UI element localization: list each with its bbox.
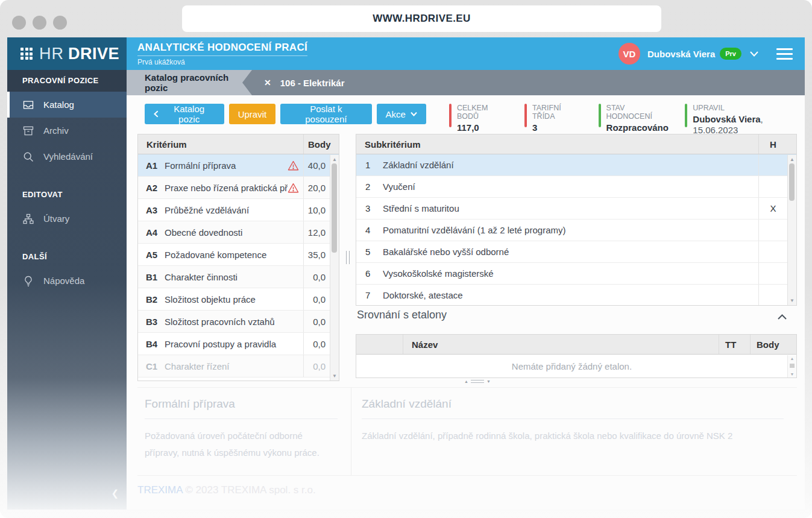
column-header-body: Body bbox=[750, 335, 787, 354]
criteria-value: 0,0 bbox=[303, 333, 330, 355]
edit-button[interactable]: Upravit bbox=[229, 104, 276, 124]
criteria-code: A3 bbox=[138, 205, 161, 215]
splitter-grip-icon bbox=[471, 380, 484, 383]
subcriteria-row[interactable]: 5 Bakalářské nebo vyšší odborné bbox=[356, 241, 796, 263]
subcriteria-h-value bbox=[758, 285, 787, 306]
browser-window: WWW.HRDRIVE.EU HR DRIVE ANALYTICKÉ HODNO… bbox=[0, 0, 812, 518]
criteria-value: 20,0 bbox=[303, 177, 330, 198]
window-controls bbox=[12, 16, 67, 30]
subcriteria-h-value bbox=[758, 241, 787, 262]
criteria-row[interactable]: A4 Obecné dovednosti 12,0 bbox=[138, 221, 339, 244]
stat-label: UPRAVIL bbox=[693, 104, 805, 112]
chevron-down-icon[interactable] bbox=[750, 48, 758, 59]
warning-icon bbox=[288, 183, 303, 193]
subcriteria-h-value bbox=[758, 220, 787, 241]
subcriteria-row[interactable]: 4 Pomaturitní vzdělávání (1 až 2 leté pr… bbox=[356, 220, 796, 241]
status-indicators: CELKEM BODŮ 117,0 TARIFNÍ TŘÍDA 3 STAV H… bbox=[449, 104, 805, 136]
detail-panel-criterion: Formální příprava Požadovaná úroveň počá… bbox=[137, 388, 351, 475]
screenshot-stage: WWW.HRDRIVE.EU HR DRIVE ANALYTICKÉ HODNO… bbox=[0, 0, 812, 518]
sidebar-item-archiv[interactable]: Archiv bbox=[7, 118, 127, 144]
detail-panel-title: Základní vzdělání bbox=[362, 397, 784, 411]
back-button-label: Katalog pozic bbox=[163, 104, 215, 124]
scroll-up-icon[interactable]: ▲ bbox=[330, 157, 339, 162]
user-menu[interactable]: VD Dubovská Viera Prv bbox=[618, 37, 805, 70]
etalon-scrollbar[interactable]: ▲ ▼ bbox=[787, 355, 796, 377]
send-button-label: Poslat k posouzení bbox=[289, 104, 362, 124]
scroll-up-icon[interactable]: ▲ bbox=[788, 157, 796, 162]
criteria-row[interactable]: A2 Praxe nebo řízená praktická příp... 2… bbox=[138, 177, 339, 199]
app-logo[interactable]: HR DRIVE bbox=[7, 37, 127, 70]
horizontal-splitter[interactable]: ▲ ▼ bbox=[464, 379, 491, 384]
criteria-row[interactable]: A1 Formální příprava 40,0 bbox=[138, 154, 339, 177]
address-bar[interactable]: WWW.HRDRIVE.EU bbox=[182, 5, 661, 32]
criteria-label: Praxe nebo řízená praktická příp... bbox=[161, 183, 288, 193]
window-dot-icon[interactable] bbox=[12, 16, 26, 30]
criteria-value: 35,0 bbox=[303, 244, 330, 265]
subcriteria-h-value bbox=[758, 176, 787, 197]
scroll-up-icon[interactable]: ▲ bbox=[788, 356, 796, 361]
scrollbar-thumb[interactable] bbox=[789, 163, 795, 201]
url-text: WWW.HRDRIVE.EU bbox=[373, 13, 470, 25]
subcriteria-label: Střední s maturitou bbox=[383, 203, 758, 213]
criteria-code: A1 bbox=[138, 160, 161, 171]
criteria-scrollbar[interactable]: ▲ ▼ bbox=[330, 155, 339, 381]
sidebar-item-label: Nápověda bbox=[43, 276, 84, 286]
criteria-row[interactable]: A3 Průběžné vzdělávání 10,0 bbox=[138, 199, 339, 221]
collapse-chevron-up-icon[interactable] bbox=[778, 311, 787, 322]
scrollbar-thumb[interactable] bbox=[332, 163, 337, 253]
search-icon bbox=[22, 151, 34, 163]
criteria-label: Pracovní postupy a pravidla bbox=[161, 339, 288, 349]
back-to-catalog-button[interactable]: Katalog pozic bbox=[145, 104, 224, 124]
criteria-code: A5 bbox=[138, 250, 161, 260]
sidebar-collapse-chevron-icon[interactable]: ❮ bbox=[111, 488, 119, 499]
criteria-row[interactable]: B1 Charakter činnosti 0,0 bbox=[138, 266, 339, 288]
criteria-label: Průběžné vzdělávání bbox=[161, 205, 288, 215]
tab-katalog-pracovnich-pozic[interactable]: Katalog pracovních pozic bbox=[127, 70, 252, 95]
sidebar-item-label: Vyhledávání bbox=[43, 151, 93, 162]
avatar: VD bbox=[618, 43, 640, 65]
scroll-down-icon[interactable]: ▼ bbox=[788, 298, 796, 303]
stat-value: Dubovská Viera bbox=[693, 114, 760, 124]
window-dot-icon[interactable] bbox=[53, 16, 67, 30]
criteria-row[interactable]: C1 Charakter řízení 0,0 bbox=[138, 355, 339, 377]
sidebar-item-label: Útvary bbox=[43, 213, 69, 224]
subcriteria-row[interactable]: 3 Střední s maturitou X bbox=[356, 198, 796, 220]
criteria-row[interactable]: A5 Požadované kompetence 35,0 bbox=[138, 244, 339, 266]
criteria-label: Obecné dovednosti bbox=[161, 227, 288, 238]
logo-drive-text: DRIVE bbox=[68, 45, 119, 63]
lightbulb-icon bbox=[22, 275, 34, 287]
vertical-splitter[interactable] bbox=[341, 134, 354, 381]
subcriteria-h-value bbox=[758, 154, 787, 175]
subcriteria-row[interactable]: 6 Vysokoškolské magisterské bbox=[356, 263, 796, 285]
close-icon[interactable]: ✕ bbox=[264, 78, 271, 87]
subcriteria-label: Vyučení bbox=[383, 182, 758, 192]
window-dot-icon[interactable] bbox=[33, 16, 46, 30]
criteria-value: 10,0 bbox=[303, 199, 330, 221]
criteria-row[interactable]: B3 Složitost pracovních vztahů 0,0 bbox=[138, 311, 339, 333]
sidebar-item-napoveda[interactable]: Nápověda bbox=[7, 268, 127, 294]
criteria-label: Formální příprava bbox=[161, 160, 288, 171]
sidebar-item-utvary[interactable]: Útvary bbox=[7, 206, 127, 232]
criteria-row[interactable]: B4 Pracovní postupy a pravidla 0,0 bbox=[138, 333, 339, 355]
tab-active-position[interactable]: ✕ 106 - Elektrikár bbox=[264, 70, 344, 95]
subcriteria-row[interactable]: 1 Základní vzdělání bbox=[356, 154, 796, 176]
browser-chrome: WWW.HRDRIVE.EU bbox=[0, 0, 812, 37]
hamburger-menu-icon[interactable] bbox=[776, 48, 793, 60]
subcriteria-row[interactable]: 7 Doktorské, atestace bbox=[356, 285, 796, 306]
tab-label: Katalog pracovních pozic bbox=[145, 72, 252, 93]
sidebar-item-vyhledavani[interactable]: Vyhledávání bbox=[7, 144, 127, 169]
criteria-table: Kritérium Body A1 Formální příprava 40,0… bbox=[137, 134, 339, 381]
subcriteria-row[interactable]: 2 Vyučení bbox=[356, 176, 796, 198]
sidebar-item-katalog[interactable]: Katalog bbox=[7, 92, 127, 118]
scroll-down-icon[interactable]: ▼ bbox=[788, 372, 796, 376]
criteria-row[interactable]: B2 Složitost objektu práce 0,0 bbox=[138, 288, 339, 311]
stat-block: TARIFNÍ TŘÍDA 3 bbox=[524, 104, 583, 136]
scroll-down-icon[interactable]: ▼ bbox=[330, 373, 339, 379]
subcriteria-scrollbar[interactable]: ▲ ▼ bbox=[787, 155, 796, 305]
actions-dropdown-button[interactable]: Akce bbox=[377, 104, 426, 124]
criteria-code: B1 bbox=[138, 272, 161, 282]
subcriteria-number: 2 bbox=[356, 182, 383, 192]
scrollbar-thumb[interactable] bbox=[790, 364, 795, 368]
send-for-review-button[interactable]: Poslat k posouzení bbox=[280, 104, 371, 124]
subcriteria-label: Vysokoškolské magisterské bbox=[383, 268, 758, 279]
